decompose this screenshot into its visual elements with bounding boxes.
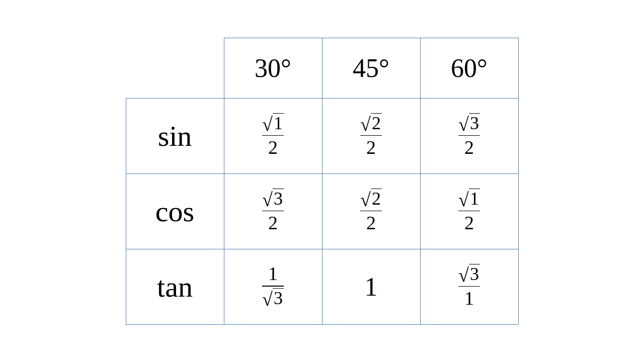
sin-45: √2 2 (322, 98, 420, 173)
sin-label: sin (126, 98, 224, 173)
sin-row: sin √1 2 √2 2 √3 (126, 98, 518, 173)
tan-45: 1 (322, 249, 420, 324)
cos-30: √3 2 (224, 173, 322, 249)
angle-30: 30° (224, 38, 322, 98)
cos-row: cos √3 2 √2 2 √1 (126, 173, 518, 249)
tan-label: tan (126, 249, 224, 324)
tan-row: tan 1 √3 1 √3 1 (126, 249, 518, 324)
trig-table: 30° 45° 60° sin √1 2 √2 (126, 38, 519, 325)
corner-cell (126, 38, 224, 98)
cos-60: √1 2 (420, 173, 518, 249)
sin-60: √3 2 (420, 98, 518, 173)
cos-45: √2 2 (322, 173, 420, 249)
cos-label: cos (126, 173, 224, 249)
sin-30: √1 2 (224, 98, 322, 173)
tan-60: √3 1 (420, 249, 518, 324)
angle-60: 60° (420, 38, 518, 98)
angle-45: 45° (322, 38, 420, 98)
tan-30: 1 √3 (224, 249, 322, 324)
